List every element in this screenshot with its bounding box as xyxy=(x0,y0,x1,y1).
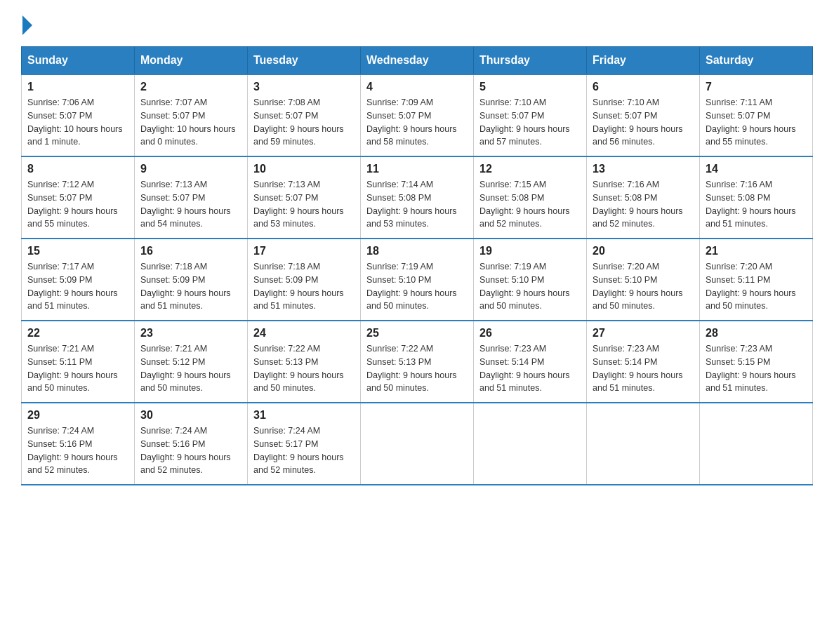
calendar-cell: 3 Sunrise: 7:08 AMSunset: 5:07 PMDayligh… xyxy=(248,74,361,156)
day-info: Sunrise: 7:19 AMSunset: 5:10 PMDaylight:… xyxy=(366,260,468,313)
day-number: 26 xyxy=(479,327,581,340)
day-info: Sunrise: 7:24 AMSunset: 5:16 PMDaylight:… xyxy=(27,424,128,477)
page-header xyxy=(21,14,813,32)
calendar-cell: 5 Sunrise: 7:10 AMSunset: 5:07 PMDayligh… xyxy=(474,74,587,156)
day-info: Sunrise: 7:18 AMSunset: 5:09 PMDaylight:… xyxy=(253,260,355,313)
calendar-week-row: 22 Sunrise: 7:21 AMSunset: 5:11 PMDaylig… xyxy=(22,321,813,403)
calendar-cell: 20 Sunrise: 7:20 AMSunset: 5:10 PMDaylig… xyxy=(587,239,700,321)
calendar-cell xyxy=(361,403,474,485)
day-of-week-header: Wednesday xyxy=(361,47,474,75)
calendar-cell: 4 Sunrise: 7:09 AMSunset: 5:07 PMDayligh… xyxy=(361,74,474,156)
calendar-cell: 27 Sunrise: 7:23 AMSunset: 5:14 PMDaylig… xyxy=(587,321,700,403)
calendar-cell: 16 Sunrise: 7:18 AMSunset: 5:09 PMDaylig… xyxy=(135,239,248,321)
day-number: 31 xyxy=(253,409,355,422)
day-of-week-header: Thursday xyxy=(474,47,587,75)
day-info: Sunrise: 7:22 AMSunset: 5:13 PMDaylight:… xyxy=(253,342,355,395)
day-number: 19 xyxy=(479,245,581,257)
calendar-cell: 12 Sunrise: 7:15 AMSunset: 5:08 PMDaylig… xyxy=(474,156,587,239)
calendar-cell: 2 Sunrise: 7:07 AMSunset: 5:07 PMDayligh… xyxy=(135,74,248,156)
calendar-cell: 31 Sunrise: 7:24 AMSunset: 5:17 PMDaylig… xyxy=(248,403,361,485)
calendar-cell: 24 Sunrise: 7:22 AMSunset: 5:13 PMDaylig… xyxy=(248,321,361,403)
day-number: 21 xyxy=(706,245,807,257)
calendar-cell: 23 Sunrise: 7:21 AMSunset: 5:12 PMDaylig… xyxy=(135,321,248,403)
day-info: Sunrise: 7:17 AMSunset: 5:09 PMDaylight:… xyxy=(27,260,128,313)
calendar-cell: 6 Sunrise: 7:10 AMSunset: 5:07 PMDayligh… xyxy=(587,74,700,156)
day-info: Sunrise: 7:10 AMSunset: 5:07 PMDaylight:… xyxy=(593,96,694,149)
day-number: 25 xyxy=(366,327,468,340)
calendar-cell: 7 Sunrise: 7:11 AMSunset: 5:07 PMDayligh… xyxy=(700,74,813,156)
day-info: Sunrise: 7:07 AMSunset: 5:07 PMDaylight:… xyxy=(140,96,241,149)
day-number: 16 xyxy=(140,245,241,257)
day-info: Sunrise: 7:19 AMSunset: 5:10 PMDaylight:… xyxy=(479,260,581,313)
calendar-cell: 8 Sunrise: 7:12 AMSunset: 5:07 PMDayligh… xyxy=(22,156,135,239)
day-info: Sunrise: 7:24 AMSunset: 5:16 PMDaylight:… xyxy=(140,424,241,477)
day-info: Sunrise: 7:06 AMSunset: 5:07 PMDaylight:… xyxy=(27,96,128,149)
day-number: 5 xyxy=(479,81,581,93)
day-number: 24 xyxy=(253,327,355,340)
calendar-cell: 26 Sunrise: 7:23 AMSunset: 5:14 PMDaylig… xyxy=(474,321,587,403)
day-number: 9 xyxy=(140,163,241,175)
day-info: Sunrise: 7:13 AMSunset: 5:07 PMDaylight:… xyxy=(253,178,355,231)
calendar-cell: 14 Sunrise: 7:16 AMSunset: 5:08 PMDaylig… xyxy=(700,156,813,239)
calendar-week-row: 1 Sunrise: 7:06 AMSunset: 5:07 PMDayligh… xyxy=(22,74,813,156)
day-number: 13 xyxy=(593,163,694,175)
calendar-cell: 13 Sunrise: 7:16 AMSunset: 5:08 PMDaylig… xyxy=(587,156,700,239)
day-number: 12 xyxy=(479,163,581,175)
calendar-cell: 21 Sunrise: 7:20 AMSunset: 5:11 PMDaylig… xyxy=(700,239,813,321)
day-number: 22 xyxy=(27,327,128,340)
day-number: 29 xyxy=(27,409,128,422)
logo xyxy=(21,14,32,32)
calendar-cell: 19 Sunrise: 7:19 AMSunset: 5:10 PMDaylig… xyxy=(474,239,587,321)
day-info: Sunrise: 7:20 AMSunset: 5:10 PMDaylight:… xyxy=(593,260,694,313)
calendar-cell: 22 Sunrise: 7:21 AMSunset: 5:11 PMDaylig… xyxy=(22,321,135,403)
calendar-cell xyxy=(587,403,700,485)
day-number: 17 xyxy=(253,245,355,257)
calendar-cell: 11 Sunrise: 7:14 AMSunset: 5:08 PMDaylig… xyxy=(361,156,474,239)
calendar-table: SundayMondayTuesdayWednesdayThursdayFrid… xyxy=(21,46,813,485)
day-number: 6 xyxy=(593,81,694,93)
calendar-header-row: SundayMondayTuesdayWednesdayThursdayFrid… xyxy=(22,47,813,75)
calendar-cell: 1 Sunrise: 7:06 AMSunset: 5:07 PMDayligh… xyxy=(22,74,135,156)
day-info: Sunrise: 7:08 AMSunset: 5:07 PMDaylight:… xyxy=(253,96,355,149)
day-info: Sunrise: 7:13 AMSunset: 5:07 PMDaylight:… xyxy=(140,178,241,231)
day-number: 3 xyxy=(253,81,355,93)
day-number: 28 xyxy=(706,327,807,340)
day-info: Sunrise: 7:23 AMSunset: 5:14 PMDaylight:… xyxy=(479,342,581,395)
day-number: 18 xyxy=(366,245,468,257)
day-number: 1 xyxy=(27,81,128,93)
day-number: 8 xyxy=(27,163,128,175)
day-number: 23 xyxy=(140,327,241,340)
day-info: Sunrise: 7:15 AMSunset: 5:08 PMDaylight:… xyxy=(479,178,581,231)
day-number: 7 xyxy=(706,81,807,93)
logo-arrow-icon xyxy=(22,15,32,35)
calendar-cell xyxy=(700,403,813,485)
calendar-cell: 9 Sunrise: 7:13 AMSunset: 5:07 PMDayligh… xyxy=(135,156,248,239)
day-of-week-header: Sunday xyxy=(22,47,135,75)
day-info: Sunrise: 7:12 AMSunset: 5:07 PMDaylight:… xyxy=(27,178,128,231)
day-number: 15 xyxy=(27,245,128,257)
day-info: Sunrise: 7:16 AMSunset: 5:08 PMDaylight:… xyxy=(593,178,694,231)
calendar-cell: 28 Sunrise: 7:23 AMSunset: 5:15 PMDaylig… xyxy=(700,321,813,403)
day-number: 4 xyxy=(366,81,468,93)
calendar-cell: 15 Sunrise: 7:17 AMSunset: 5:09 PMDaylig… xyxy=(22,239,135,321)
day-number: 20 xyxy=(593,245,694,257)
calendar-week-row: 15 Sunrise: 7:17 AMSunset: 5:09 PMDaylig… xyxy=(22,239,813,321)
day-of-week-header: Monday xyxy=(135,47,248,75)
day-info: Sunrise: 7:16 AMSunset: 5:08 PMDaylight:… xyxy=(706,178,807,231)
calendar-cell: 29 Sunrise: 7:24 AMSunset: 5:16 PMDaylig… xyxy=(22,403,135,485)
day-info: Sunrise: 7:21 AMSunset: 5:12 PMDaylight:… xyxy=(140,342,241,395)
calendar-cell xyxy=(474,403,587,485)
day-info: Sunrise: 7:11 AMSunset: 5:07 PMDaylight:… xyxy=(706,96,807,149)
day-number: 14 xyxy=(706,163,807,175)
calendar-week-row: 29 Sunrise: 7:24 AMSunset: 5:16 PMDaylig… xyxy=(22,403,813,485)
day-info: Sunrise: 7:23 AMSunset: 5:15 PMDaylight:… xyxy=(706,342,807,395)
calendar-cell: 30 Sunrise: 7:24 AMSunset: 5:16 PMDaylig… xyxy=(135,403,248,485)
calendar-week-row: 8 Sunrise: 7:12 AMSunset: 5:07 PMDayligh… xyxy=(22,156,813,239)
day-info: Sunrise: 7:21 AMSunset: 5:11 PMDaylight:… xyxy=(27,342,128,395)
day-info: Sunrise: 7:20 AMSunset: 5:11 PMDaylight:… xyxy=(706,260,807,313)
day-of-week-header: Friday xyxy=(587,47,700,75)
day-info: Sunrise: 7:18 AMSunset: 5:09 PMDaylight:… xyxy=(140,260,241,313)
calendar-cell: 18 Sunrise: 7:19 AMSunset: 5:10 PMDaylig… xyxy=(361,239,474,321)
day-info: Sunrise: 7:24 AMSunset: 5:17 PMDaylight:… xyxy=(253,424,355,477)
day-info: Sunrise: 7:23 AMSunset: 5:14 PMDaylight:… xyxy=(593,342,694,395)
